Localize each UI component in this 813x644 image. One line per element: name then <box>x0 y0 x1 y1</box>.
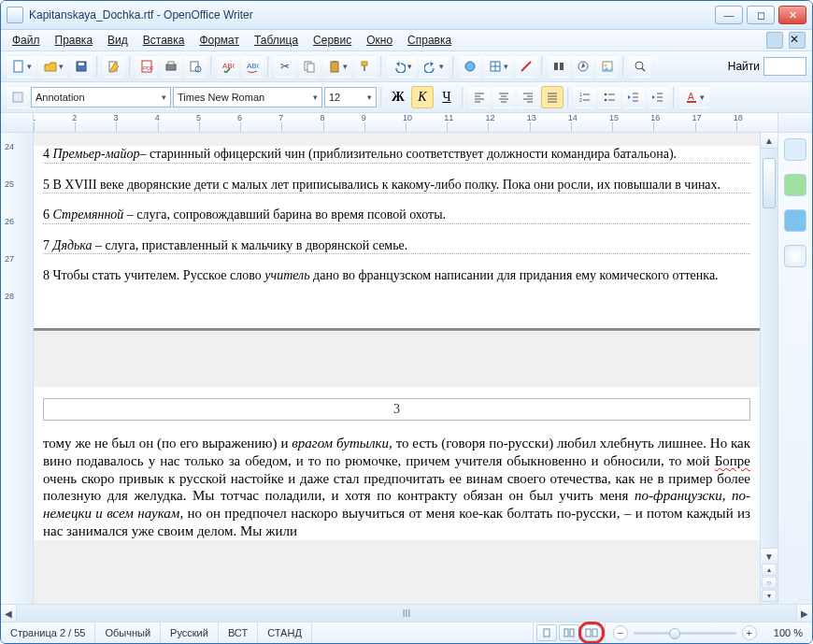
svg-rect-7 <box>168 62 174 64</box>
svg-point-30 <box>605 99 607 102</box>
document-viewport[interactable]: 4 Премьер-майор– старинный офицерский чи… <box>34 133 760 604</box>
align-center-button[interactable] <box>492 86 515 108</box>
svg-text:ABC: ABC <box>247 62 259 70</box>
open-button[interactable] <box>38 55 68 78</box>
align-justify-button[interactable] <box>541 86 563 108</box>
bold-button[interactable]: Ж <box>387 86 409 108</box>
close-button[interactable]: ✕ <box>778 6 806 24</box>
menu-help[interactable]: Справка <box>400 32 459 49</box>
italic-button[interactable]: К <box>411 86 434 108</box>
scroll-up-button[interactable]: ▲ <box>761 133 777 149</box>
page-gap <box>34 330 760 387</box>
status-page-style[interactable]: Обычный <box>95 623 161 643</box>
styles-button[interactable] <box>7 86 29 108</box>
main-area: 24 25 26 27 28 4 Премьер-майор– старинны… <box>1 133 812 604</box>
hscroll-track[interactable]: III <box>17 605 796 622</box>
menu-file[interactable]: Файл <box>5 32 48 49</box>
redo-button[interactable] <box>419 55 449 78</box>
decrease-indent-button[interactable] <box>622 86 645 108</box>
maximize-button[interactable]: ◻ <box>747 6 775 24</box>
autospell-button[interactable]: ABC <box>241 55 264 78</box>
zoom-button[interactable] <box>629 55 651 78</box>
font-size-combo[interactable]: 12▾ <box>324 87 377 107</box>
book-view-button[interactable] <box>581 624 602 641</box>
scroll-down-button[interactable]: ▼ <box>761 548 777 564</box>
underline-button[interactable]: Ч <box>435 86 458 108</box>
print-preview-button[interactable] <box>184 55 207 78</box>
status-page[interactable]: Страница 2 / 55 <box>1 623 95 643</box>
zoom-in-button[interactable]: + <box>742 625 757 640</box>
sidebar-styles-icon[interactable] <box>784 174 806 196</box>
font-name-combo[interactable]: Times New Roman▾ <box>173 87 322 107</box>
next-page-nav-button[interactable]: ▾ <box>762 590 777 602</box>
numbered-list-button[interactable]: 12 <box>574 86 596 108</box>
hscroll-left-button[interactable]: ◀ <box>1 605 17 622</box>
menu-tools[interactable]: Сервис <box>306 32 359 49</box>
find-input[interactable] <box>763 57 806 76</box>
hscroll-right-button[interactable]: ▶ <box>796 605 812 622</box>
horizontal-scrollbar[interactable]: ◀ III ▶ <box>1 604 812 622</box>
sidebar-properties-icon[interactable] <box>784 138 806 161</box>
bulleted-list-button[interactable] <box>598 86 620 108</box>
status-insert-mode[interactable]: ВСТ <box>219 623 258 643</box>
scroll-thumb[interactable] <box>763 158 776 208</box>
show-draw-button[interactable] <box>515 55 537 78</box>
status-language[interactable]: Русский <box>161 623 219 643</box>
cut-button[interactable]: ✂ <box>274 55 296 78</box>
doc-close-icon[interactable]: ✕ <box>789 32 806 49</box>
horizontal-ruler[interactable]: 1 2 3 4 5 6 7 8 9 10 11 12 13 14 15 16 1… <box>34 113 777 132</box>
save-button[interactable] <box>70 55 93 78</box>
single-page-view-button[interactable] <box>536 624 557 641</box>
new-doc-button[interactable] <box>7 55 36 78</box>
print-button[interactable] <box>160 55 182 78</box>
export-pdf-button[interactable]: PDF <box>136 55 158 78</box>
sidebar-gallery-icon[interactable] <box>784 209 806 232</box>
menu-format[interactable]: Формат <box>192 32 247 49</box>
menu-view[interactable]: Вид <box>100 32 136 49</box>
multi-page-view-button[interactable] <box>559 624 579 641</box>
align-left-button[interactable] <box>468 86 491 108</box>
zoom-slider-knob[interactable] <box>669 628 680 639</box>
svg-rect-34 <box>564 629 568 637</box>
svg-text:A: A <box>688 92 694 102</box>
svg-rect-15 <box>333 61 336 63</box>
svg-point-24 <box>605 64 607 67</box>
status-selection-mode[interactable]: СТАНД <box>258 623 312 643</box>
app-window: Kapitanskaya_Dochka.rtf - OpenOffice Wri… <box>0 0 813 644</box>
increase-indent-button[interactable] <box>647 86 669 108</box>
footnote-8: 8 Чтобы стать учителем. Русское слово уч… <box>43 267 750 284</box>
scroll-track[interactable] <box>761 149 777 548</box>
prev-page-nav-button[interactable]: ▴ <box>762 564 777 576</box>
update-icon[interactable] <box>766 32 783 49</box>
vertical-scrollbar[interactable]: ▲ ▼ ▴ ○ ▾ <box>760 133 777 604</box>
vertical-ruler[interactable]: 24 25 26 27 28 <box>1 133 34 604</box>
navigator-button[interactable] <box>572 55 594 78</box>
menu-insert[interactable]: Вставка <box>136 32 193 49</box>
paste-button[interactable] <box>322 55 352 78</box>
menu-edit[interactable]: Правка <box>48 32 101 49</box>
zoom-slider[interactable] <box>634 632 736 635</box>
gallery-button[interactable] <box>596 55 619 78</box>
nav-mode-button[interactable]: ○ <box>762 577 777 589</box>
undo-button[interactable] <box>387 55 417 78</box>
sidebar-navigator-icon[interactable] <box>784 245 806 267</box>
window-title: Kapitanskaya_Dochka.rtf - OpenOffice Wri… <box>29 8 711 21</box>
spellcheck-button[interactable]: ABC <box>217 55 239 78</box>
minimize-button[interactable]: — <box>715 6 743 24</box>
svg-rect-32 <box>687 101 696 103</box>
find-replace-button[interactable] <box>548 55 570 78</box>
paragraph-style-combo[interactable]: Annotation▾ <box>31 87 171 107</box>
zoom-value[interactable]: 100 % <box>764 623 812 643</box>
format-paint-button[interactable] <box>354 55 377 78</box>
menu-table[interactable]: Таблица <box>247 32 306 49</box>
hyperlink-button[interactable] <box>459 55 481 78</box>
menu-window[interactable]: Окно <box>359 32 400 49</box>
body-paragraph: тому же не был он (по его выражению) и в… <box>43 435 750 540</box>
copy-button[interactable] <box>298 55 321 78</box>
zoom-out-button[interactable]: − <box>613 625 628 640</box>
table-button[interactable] <box>483 55 513 78</box>
edit-doc-button[interactable] <box>103 55 125 78</box>
align-right-button[interactable] <box>517 86 539 108</box>
font-color-button[interactable]: A <box>679 86 709 108</box>
svg-rect-13 <box>307 64 314 72</box>
